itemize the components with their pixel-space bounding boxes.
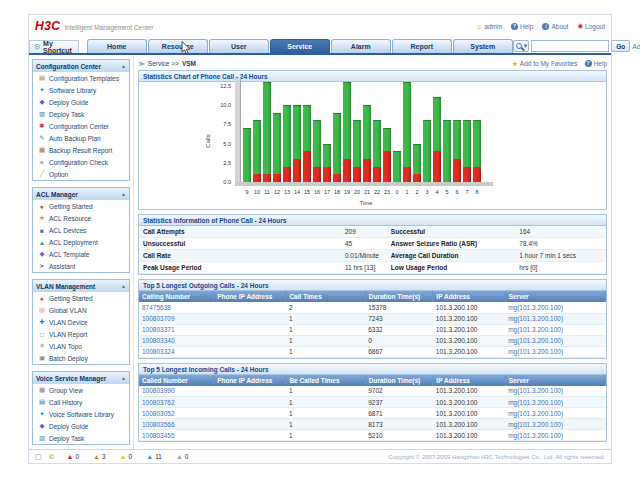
sidebar-item-voice-software-library[interactable]: ✦Voice Software Library <box>33 408 129 420</box>
column-header-server[interactable]: Server <box>505 291 605 302</box>
sidebar-item-option[interactable]: ╱Option <box>33 168 129 180</box>
cell-server[interactable]: mg(101.3.200.100) <box>505 408 605 419</box>
alarm-info[interactable]: ▲0 <box>176 453 189 460</box>
cell-called-number[interactable]: 100803455 <box>139 430 214 441</box>
sidebar-item-call-history[interactable]: ▤Call History <box>33 396 129 408</box>
sidebar-item-batch-deploy[interactable]: ▣Batch Deploy <box>33 352 129 364</box>
cell-server[interactable]: mg(101.3.200.100) <box>505 419 605 430</box>
tab-home[interactable]: Home <box>87 39 147 53</box>
sidebar-item-backup-result-report[interactable]: ▦Backup Result Report <box>33 144 129 156</box>
go-button[interactable]: Go <box>611 40 630 52</box>
cell-called-number[interactable]: 100803990 <box>139 386 214 397</box>
sidebar-item-configuration-templates[interactable]: ▤Configuration Templates <box>33 72 129 84</box>
sidebar-item-configuration-check[interactable]: ≡Configuration Check <box>33 156 129 168</box>
search-input[interactable] <box>531 40 609 52</box>
table-row: 10080356618173101.3.200.100mg(101.3.200.… <box>139 419 606 430</box>
alarm-major[interactable]: ▲3 <box>93 453 106 460</box>
sidebar-item-getting-started[interactable]: ●Getting Started <box>33 200 129 212</box>
cell-calling-number[interactable]: 100803324 <box>139 346 214 357</box>
alarm-critical[interactable]: ▲0 <box>67 453 80 460</box>
tab-user[interactable]: User <box>209 39 269 53</box>
sidebar-item-vlan-topo[interactable]: ✳VLAN Topo <box>33 340 129 352</box>
column-header-ip-address[interactable]: IP Address <box>433 291 505 302</box>
tab-system[interactable]: System <box>453 39 513 53</box>
sidebar-item-assistant[interactable]: ➤Assistant <box>33 260 129 272</box>
sidebar-item-getting-started[interactable]: ●Getting Started <box>33 292 129 304</box>
column-header-called-number[interactable]: Called Number <box>139 375 214 386</box>
tab-report[interactable]: Report <box>392 39 452 53</box>
cell-calling-number[interactable]: 100803340 <box>139 335 214 346</box>
tab-alarm[interactable]: Alarm <box>331 39 391 53</box>
cell-server[interactable]: mg(101.3.200.100) <box>505 302 605 313</box>
page-help-link[interactable]: ? Help <box>585 60 607 67</box>
sidebar-item-acl-template[interactable]: ◆ACL Template <box>33 248 129 260</box>
cell-server[interactable]: mg(101.3.200.100) <box>505 324 605 335</box>
sidebar-item-software-library[interactable]: ✦Software Library <box>33 84 129 96</box>
sidebar-group-header-acl-manager[interactable]: ACL Manager▲ <box>33 188 129 200</box>
cell-server[interactable]: mg(101.3.200.100) <box>505 346 605 357</box>
sidebar-group-header-voice-service-manager[interactable]: Voice Service Manager▲ <box>33 372 129 384</box>
tab-service[interactable]: Service <box>270 39 330 53</box>
sidebar-group-header-vlan-management[interactable]: VLAN Management▲ <box>33 280 129 292</box>
column-header-call-times[interactable]: Call Times <box>286 291 365 302</box>
cell-phone-ip-address <box>214 397 286 408</box>
sidebar-item-global-vlan[interactable]: ◎Global VLAN <box>33 304 129 316</box>
alarm-minor[interactable]: ▲0 <box>120 453 133 460</box>
cell-server[interactable]: mg(101.3.200.100) <box>505 313 605 324</box>
column-header-phone-ip-address[interactable]: Phone IP Address <box>214 375 286 386</box>
sidebar-item-group-view[interactable]: ▦Group View <box>33 384 129 396</box>
bar-segment-successful <box>243 128 251 182</box>
userlink-logout[interactable]: ◉Logout <box>577 22 605 30</box>
chart-bar <box>333 113 341 182</box>
add-to-favorites-link[interactable]: ★ Add to My Favorites <box>512 60 578 68</box>
sidebar-group-header-configuration-center[interactable]: Configuration Center▲ <box>33 60 129 72</box>
alarm-warning[interactable]: ▲11 <box>146 453 162 460</box>
cell-called-number[interactable]: 100803052 <box>139 408 214 419</box>
sidebar-item-deploy-guide[interactable]: ◆Deploy Guide <box>33 420 129 432</box>
cell-called-number[interactable]: 100803566 <box>139 419 214 430</box>
chart-bar <box>473 120 481 182</box>
x-tick: 5 <box>443 189 451 195</box>
cell-calling-number[interactable]: 100803371 <box>139 324 214 335</box>
sidebar-item-auto-backup-plan[interactable]: ✎Auto Backup Plan <box>33 132 129 144</box>
status-monitor-icon[interactable]: ▢ <box>35 453 42 461</box>
status-sound-icon[interactable]: ✆ <box>49 453 55 461</box>
cell-calling-number[interactable]: 100803709 <box>139 313 214 324</box>
shortcut-globe-icon: ☉ <box>34 43 40 51</box>
sidebar-item-vlan-device[interactable]: ✚VLAN Device <box>33 316 129 328</box>
column-header-calling-number[interactable]: Calling Number <box>139 291 214 302</box>
cell-server[interactable]: mg(101.3.200.100) <box>505 386 605 397</box>
sidebar-item-acl-deployment[interactable]: ▲ACL Deployment <box>33 236 129 248</box>
cell-calling-number[interactable]: 87475638 <box>139 302 214 313</box>
column-header-duration-time-s[interactable]: Duration Time(s) <box>365 291 433 302</box>
cell-server[interactable]: mg(101.3.200.100) <box>505 335 605 346</box>
cell-server[interactable]: mg(101.3.200.100) <box>505 430 605 441</box>
userlink-admin[interactable]: ☺admin <box>476 23 502 30</box>
auto-backup-plan-icon: ✎ <box>38 134 46 142</box>
sidebar-item-acl-devices[interactable]: ■ACL Devices <box>33 224 129 236</box>
my-shortcut-button[interactable]: ☉ My Shortcut <box>29 40 79 53</box>
cell-called-number[interactable]: 100803762 <box>139 397 214 408</box>
search-scope-button[interactable]: ▾ <box>513 40 530 52</box>
column-header-ip-address[interactable]: IP Address <box>433 375 505 386</box>
column-header-duration-time-s[interactable]: Duration Time(s) <box>365 375 433 386</box>
sidebar-item-deploy-guide[interactable]: ◆Deploy Guide <box>33 96 129 108</box>
advanced-search-link[interactable]: Advanced <box>632 43 640 50</box>
sidebar-item-acl-resource[interactable]: ★ACL Resource <box>33 212 129 224</box>
tab-resource[interactable]: Resource <box>148 39 208 53</box>
cell-server[interactable]: mg(101.3.200.100) <box>505 397 605 408</box>
userlink-help[interactable]: ?Help <box>511 23 533 30</box>
backup-result-report-icon: ▦ <box>38 146 46 154</box>
userlink-about[interactable]: iAbout <box>542 23 568 30</box>
sidebar-item-vlan-report[interactable]: □VLAN Report <box>33 328 129 340</box>
column-header-server[interactable]: Server <box>505 375 605 386</box>
column-header-phone-ip-address[interactable]: Phone IP Address <box>214 291 286 302</box>
sidebar-item-deploy-task[interactable]: ▥Deploy Task <box>33 108 129 120</box>
chart-bar <box>373 120 381 182</box>
sidebar-item-configuration-center[interactable]: ✱Configuration Center <box>33 120 129 132</box>
bar-segment-unsuccessful <box>313 167 321 182</box>
x-tick: 2 <box>413 189 421 195</box>
column-header-be-called-times[interactable]: Be Called Times <box>286 375 365 386</box>
table-row: 10080337116332101.3.200.100mg(101.3.200.… <box>139 324 606 335</box>
sidebar-item-deploy-task[interactable]: ▥Deploy Task <box>33 432 129 444</box>
